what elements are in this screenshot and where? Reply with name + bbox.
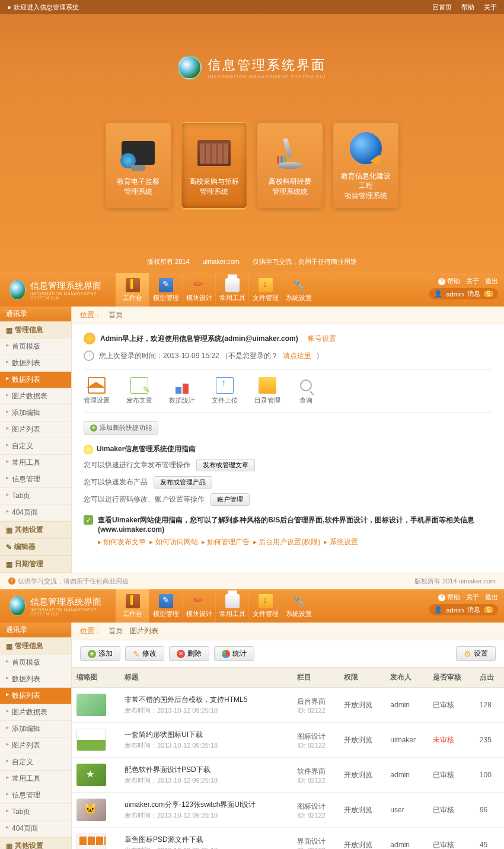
- header-help[interactable]: 帮助: [438, 593, 460, 602]
- pencil-icon: [192, 594, 206, 608]
- shortcut-publish[interactable]: 发布文章: [126, 377, 152, 405]
- portal-card-edu-monitor[interactable]: 教育电子监察 管理系统: [106, 123, 171, 208]
- sidebar-contacts[interactable]: 通讯录: [0, 623, 71, 637]
- header-about[interactable]: 关于: [466, 277, 479, 286]
- sidebar-manage-header[interactable]: ▦ 管理信息: [0, 321, 71, 339]
- nav-files[interactable]: 文件管理: [248, 589, 282, 623]
- shortcut-dir[interactable]: 目录管理: [254, 377, 280, 405]
- logo-icon: [178, 56, 202, 79]
- sidebar-item-4[interactable]: 添加编辑: [0, 405, 71, 422]
- row-cat: 图标设计: [297, 802, 334, 812]
- header-user[interactable]: 👤admin 消息 5: [429, 604, 498, 615]
- info-link-2[interactable]: 如何管理广告: [202, 537, 250, 547]
- table-row[interactable]: uimaker.com分享-123张switch界面UI设计发布时间：2013-…: [72, 793, 504, 828]
- sidebar-item[interactable]: 404页面: [0, 821, 71, 837]
- row-cat: 界面设计: [297, 837, 334, 847]
- table-row[interactable]: 一套简约形状图标UI下载发布时间：2013-10-12 09:25:18 图标设…: [72, 723, 504, 758]
- sidebar-item-2[interactable]: 数据列表: [0, 372, 71, 388]
- breadcrumb: 位置： 首页 图片列表: [72, 623, 504, 640]
- nav-model[interactable]: 模型管理: [149, 273, 182, 307]
- sidebar-item[interactable]: 信息管理: [0, 787, 71, 804]
- portal-card-infoproject[interactable]: 教育信息化建设工程 项目管理系统: [333, 123, 398, 208]
- toolbar-stats[interactable]: 统计: [214, 646, 254, 661]
- sidebar-item-1[interactable]: 数据列表: [0, 355, 71, 372]
- sidebar-item[interactable]: Tab页: [0, 804, 71, 821]
- row-hits: 100: [475, 758, 504, 793]
- nav-settings[interactable]: 系统设置: [282, 273, 315, 307]
- info-link-1[interactable]: 如何访问网站: [149, 537, 197, 547]
- nav-module[interactable]: 模块设计: [182, 589, 215, 623]
- sidebar-item[interactable]: 添加编辑: [0, 721, 71, 738]
- nav-tools[interactable]: 常用工具: [215, 273, 248, 307]
- nav-workbench[interactable]: 工作台: [116, 273, 149, 307]
- portal-card-procurement[interactable]: 高校采购与招标 管理系统: [181, 123, 247, 208]
- sidebar-item-3[interactable]: 图片数据表: [0, 388, 71, 405]
- portal-landing: ● 欢迎进入信息管理系统 回首页 帮助 关于 信息管理系统界面 INFORMAT…: [0, 0, 504, 273]
- nav-workbench[interactable]: 工作台: [116, 589, 149, 623]
- sidebar-item-8[interactable]: 信息管理: [0, 471, 71, 488]
- topbar-about[interactable]: 关于: [484, 3, 497, 12]
- table-row[interactable]: 配色软件界面设计PSD下载发布时间：2013-10-12 09:25:18 软件…: [72, 758, 504, 793]
- row-audit: 已审核: [428, 688, 475, 723]
- nav-files[interactable]: 文件管理: [248, 273, 282, 307]
- toolbar-add[interactable]: +添加: [80, 646, 120, 661]
- guide-btn-account[interactable]: 账户管理: [210, 493, 250, 506]
- sidebar-contacts[interactable]: 通讯录: [0, 307, 71, 321]
- add-shortcut-button[interactable]: +添加新的快捷功能: [84, 421, 158, 435]
- thumbnail: [76, 764, 106, 786]
- sidebar-other[interactable]: ▦ 其他设置: [0, 837, 71, 849]
- topbar-help[interactable]: 帮助: [461, 3, 474, 12]
- row-time: 发布时间：2013-10-12 09:25:18: [125, 706, 288, 715]
- not-you-link[interactable]: 请点这里: [283, 351, 311, 361]
- info-link-4[interactable]: 系统设置: [324, 537, 358, 547]
- edit-icon: [159, 594, 173, 608]
- table-row[interactable]: 非常不错的国外后台模板，支持HTML5发布时间：2013-10-12 09:25…: [72, 688, 504, 723]
- sidebar-item[interactable]: 图片列表: [0, 738, 71, 754]
- sidebar-item[interactable]: 数据列表: [0, 671, 71, 688]
- sidebar-item-6[interactable]: 自定义: [0, 438, 71, 455]
- portal-card-research[interactable]: 高校科研经费 管理系统统: [257, 123, 323, 208]
- nav-module[interactable]: 模块设计: [182, 273, 215, 307]
- sidebar-item-10[interactable]: 404页面: [0, 505, 71, 521]
- sidebar-item[interactable]: 自定义: [0, 754, 71, 771]
- nav-settings[interactable]: 系统设置: [282, 589, 315, 623]
- nav-model[interactable]: 模型管理: [149, 589, 182, 623]
- shortcut-stats[interactable]: 数据统计: [169, 377, 195, 405]
- sidebar-item[interactable]: 常用工具: [0, 771, 71, 787]
- shortcut-search[interactable]: 查询: [297, 377, 315, 405]
- sidebar-editor[interactable]: ✎ 编辑器: [0, 538, 71, 556]
- sidebar-date[interactable]: ▦ 日期管理: [0, 556, 71, 573]
- info-link-0[interactable]: 如何发布文章: [98, 537, 146, 547]
- sidebar-item-7[interactable]: 常用工具: [0, 455, 71, 471]
- header-exit[interactable]: 退出: [485, 277, 498, 286]
- shortcut-upload[interactable]: 文件上传: [212, 377, 238, 405]
- row-id: ID: 82122: [297, 847, 334, 850]
- row-perm: 开放浏览: [339, 828, 386, 850]
- header-exit[interactable]: 退出: [485, 593, 498, 602]
- header-help[interactable]: 帮助: [438, 277, 460, 286]
- toolbar-settings[interactable]: ⚙设置: [456, 646, 496, 661]
- sun-icon: [84, 333, 95, 344]
- info-link-3[interactable]: 后台用户设置(权限): [253, 537, 320, 547]
- toolbar-edit[interactable]: ✎修改: [125, 646, 164, 661]
- account-settings-link[interactable]: 帐号设置: [308, 334, 336, 344]
- sidebar-manage-header[interactable]: ▦ 管理信息: [0, 637, 71, 655]
- sidebar-item[interactable]: 首页模版: [0, 655, 71, 671]
- sidebar-item[interactable]: 图片数据表: [0, 704, 71, 721]
- table-row[interactable]: 章鱼图标PSD源文件下载发布时间：2013-10-12 09:25:18 界面设…: [72, 828, 504, 850]
- sidebar-item-9[interactable]: Tab页: [0, 488, 71, 505]
- toolbar-delete[interactable]: ✕删除: [169, 646, 209, 661]
- sidebar-item[interactable]: 数据列表: [0, 688, 71, 704]
- sidebar-item-0[interactable]: 首页模版: [0, 339, 71, 355]
- row-audit: 已审核: [428, 828, 475, 850]
- sidebar-item-5[interactable]: 图片列表: [0, 422, 71, 438]
- guide-btn-article[interactable]: 发布或管理文章: [196, 459, 255, 471]
- topbar-home[interactable]: 回首页: [432, 3, 452, 12]
- nav-tools[interactable]: 常用工具: [215, 589, 248, 623]
- shortcut-manage[interactable]: 管理设置: [84, 377, 110, 405]
- header-user[interactable]: 👤admin 消息 5: [429, 288, 498, 299]
- header-about[interactable]: 关于: [466, 593, 479, 602]
- row-cat: 后台界面: [297, 697, 334, 707]
- sidebar-other[interactable]: ▦ 其他设置: [0, 521, 71, 538]
- guide-btn-product[interactable]: 发布或管理产品: [154, 476, 212, 489]
